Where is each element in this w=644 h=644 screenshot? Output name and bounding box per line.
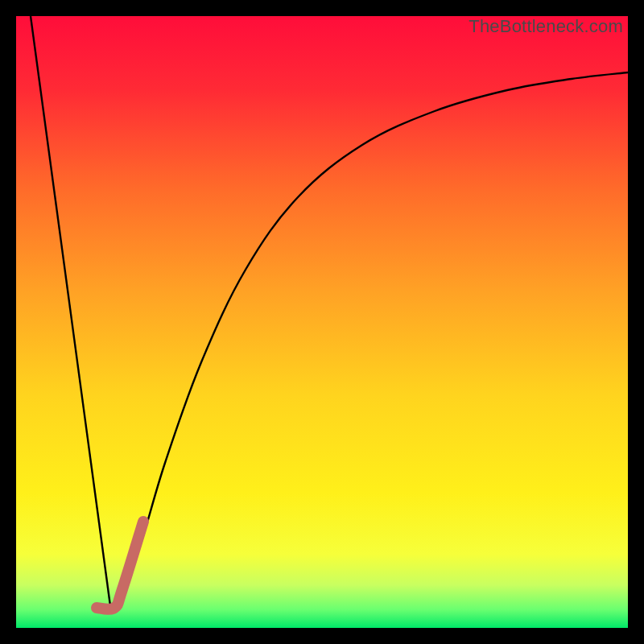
- series-marker-j-stroke: [97, 522, 143, 609]
- series-left-descent: [31, 16, 111, 612]
- plot-area: TheBottleneck.com: [16, 16, 628, 628]
- chart-stage: TheBottleneck.com: [0, 0, 644, 644]
- series-right-rise-curve: [111, 72, 628, 612]
- curve-layer: [16, 16, 628, 628]
